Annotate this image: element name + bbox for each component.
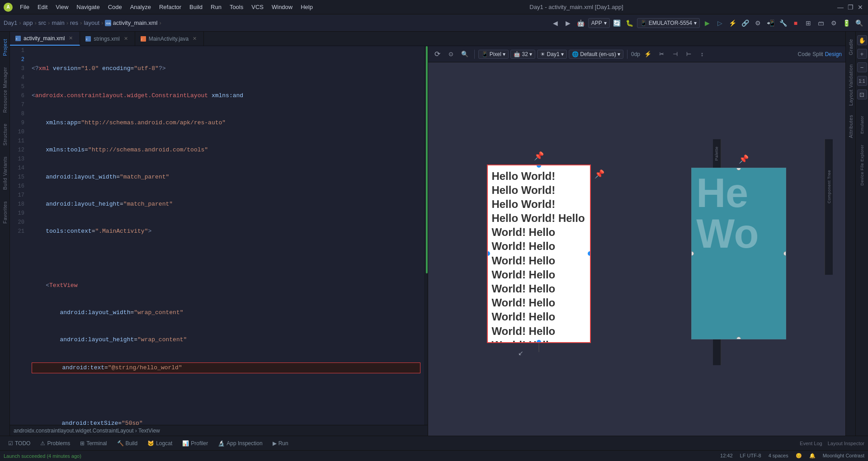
app-config-select[interactable]: APP ▾ <box>588 18 610 28</box>
breadcrumb-main[interactable]: main <box>52 19 64 26</box>
run-btn[interactable]: ▶ <box>702 18 712 28</box>
align-center-btn[interactable]: ↕ <box>696 48 708 60</box>
android-icon[interactable]: 🤖 <box>576 18 586 28</box>
sidebar-layout-validation[interactable]: Layout Validation <box>847 61 855 109</box>
menu-view[interactable]: View <box>52 2 72 12</box>
run-output-btn[interactable]: ▶ Run <box>268 439 293 448</box>
tab-close-mainactivity[interactable]: ✕ <box>191 35 198 42</box>
design-view-btn[interactable]: Design <box>825 51 842 57</box>
tab-mainactivity-java[interactable]: J MainActivity.java ✕ <box>135 32 204 46</box>
code-content[interactable]: <?xml version="1.0" encoding="utf-8"?> <… <box>28 46 424 425</box>
phone-screen-zoomed[interactable]: HeWo <box>691 168 786 339</box>
attach-debugger-btn[interactable]: 🔗 <box>740 18 750 28</box>
tab-close-strings[interactable]: ✕ <box>123 35 129 42</box>
minimize-btn[interactable]: — <box>836 3 844 11</box>
menu-help[interactable]: Help <box>297 2 316 12</box>
tab-activity-main-xml[interactable]: X activity_main.xml ✕ <box>10 32 80 46</box>
menu-window[interactable]: Window <box>268 2 296 12</box>
fit-screen-btn[interactable]: 1:1 <box>857 76 867 86</box>
menu-vcs[interactable]: VCS <box>248 2 267 12</box>
sidebar-resource-manager[interactable]: Resource Manager <box>1 63 9 117</box>
maximize-btn[interactable]: ❐ <box>846 3 854 11</box>
menu-run[interactable]: Run <box>207 2 225 12</box>
database-btn[interactable]: 🗃 <box>816 18 826 28</box>
zoom-in-btn[interactable]: + <box>857 49 867 59</box>
problems-btn[interactable]: ⚠ Problems <box>36 439 75 448</box>
zoom-out-btn[interactable]: − <box>857 62 867 72</box>
code-view-btn[interactable]: Code <box>798 51 811 57</box>
align-left-btn[interactable]: ⊣ <box>669 48 681 60</box>
search-everywhere-btn[interactable]: 🔍 <box>854 18 864 28</box>
align-right-btn[interactable]: ⊢ <box>683 48 694 60</box>
breadcrumb-src[interactable]: src <box>38 19 46 26</box>
menu-analyze[interactable]: Analyze <box>127 2 155 12</box>
wireframe-btn[interactable]: ⊙ <box>445 48 457 60</box>
profiler-btn[interactable]: 📊 Profiler <box>178 439 212 448</box>
scroll-indicator[interactable] <box>424 46 428 425</box>
breadcrumb-layout[interactable]: layout <box>84 19 99 26</box>
stop-btn[interactable]: ■ <box>790 18 801 28</box>
breadcrumb-day1[interactable]: Day1 <box>4 19 17 26</box>
sidebar-build-variants[interactable]: Build Variants <box>1 153 9 193</box>
day-night-select[interactable]: ☀ Day1 ▾ <box>537 50 567 59</box>
menu-navigate[interactable]: Navigate <box>73 2 103 12</box>
sdk-manager-btn[interactable]: 🔧 <box>778 18 788 28</box>
split-view-btn[interactable]: Split <box>812 51 823 57</box>
menu-code[interactable]: Code <box>104 2 126 12</box>
sidebar-gradle[interactable]: Gradle <box>847 35 855 59</box>
settings-btn[interactable]: ⚙ <box>828 18 839 28</box>
zoomed-handle-right[interactable] <box>783 251 786 256</box>
constraint-btn[interactable]: ⚡ <box>642 48 654 60</box>
menu-file[interactable]: File <box>16 2 33 12</box>
avd-manager-btn[interactable]: 📲 <box>765 18 776 28</box>
menu-edit[interactable]: Edit <box>34 2 51 12</box>
phone-screen-normal[interactable]: Hello World! Hello World! Hello World! H… <box>487 165 591 343</box>
app-inspection-btn[interactable]: 🔬 App Inspection <box>213 439 267 448</box>
rotate-btn[interactable]: ⟳ <box>432 48 443 60</box>
layout-inspector-btn-status[interactable]: Layout Inspector <box>828 441 864 446</box>
profile-btn[interactable]: ⚡ <box>727 18 738 28</box>
zoomed-handle-bottom[interactable] <box>736 337 741 339</box>
clear-constraints-btn[interactable]: ✂ <box>656 48 667 60</box>
gradle-sync-btn[interactable]: ⚙ <box>752 18 763 28</box>
palette-label[interactable]: Palette <box>713 143 720 165</box>
close-btn[interactable]: ✕ <box>856 3 864 11</box>
debug-run-btn[interactable]: ▷ <box>714 18 725 28</box>
sidebar-project[interactable]: Project <box>1 35 9 60</box>
event-log-btn[interactable]: Event Log <box>800 441 822 446</box>
back-navigation-icon[interactable]: ◀ <box>550 18 561 28</box>
code-editor[interactable]: 1 2 3 4 5 6 7 8 9 10 11 12 13 <box>10 46 428 425</box>
menu-tools[interactable]: Tools <box>226 2 247 12</box>
terminal-btn[interactable]: ⊞ Terminal <box>75 439 111 448</box>
sidebar-structure[interactable]: Structure <box>1 120 9 149</box>
device-select[interactable]: 📱 Pixel ▾ <box>478 50 509 59</box>
expand-btn[interactable]: ⊡ <box>857 89 867 99</box>
component-tree-label[interactable]: Component Tree <box>826 166 833 207</box>
power-save-btn[interactable]: 🔋 <box>841 18 852 28</box>
hand-tool-btn[interactable]: ✋ <box>857 35 867 45</box>
design-canvas[interactable]: Palette 📌 📌 <box>428 62 846 436</box>
sidebar-attributes[interactable]: Attributes <box>847 111 855 141</box>
menu-build[interactable]: Build <box>186 2 206 12</box>
handle-right-center[interactable] <box>588 251 591 256</box>
sidebar-favorites[interactable]: Favorites <box>1 198 9 227</box>
tab-close-activity-main[interactable]: ✕ <box>67 35 74 42</box>
breadcrumb-app[interactable]: app <box>23 19 33 26</box>
breadcrumb-res[interactable]: res <box>70 19 78 26</box>
debug-btn[interactable]: 🐛 <box>624 18 635 28</box>
locale-select[interactable]: 🌐 Default (en-us) ▾ <box>569 50 623 59</box>
emulator-select[interactable]: 📱 EMULATOR-5554 ▾ <box>637 18 700 28</box>
todo-btn[interactable]: ☑ TODO <box>4 439 35 448</box>
menu-refactor[interactable]: Refactor <box>156 2 185 12</box>
zoom-btn[interactable]: 🔍 <box>459 48 471 60</box>
breadcrumb-file[interactable]: XMLactivity_main.xml <box>105 19 157 27</box>
device-file-explorer-label[interactable]: Device File Explorer <box>859 141 866 189</box>
api-select[interactable]: 🤖 32 ▾ <box>510 50 535 59</box>
layout-inspector-btn[interactable]: ⊞ <box>803 18 814 28</box>
emulator-label[interactable]: Emulator <box>859 112 866 137</box>
build-btn[interactable]: 🔨 Build <box>113 439 142 448</box>
tab-strings-xml[interactable]: X strings.xml ✕ <box>80 32 135 46</box>
sync-btn[interactable]: 🔄 <box>612 18 623 28</box>
logcat-btn[interactable]: 🐱 Logcat <box>143 439 177 448</box>
forward-navigation-icon[interactable]: ▶ <box>563 18 574 28</box>
